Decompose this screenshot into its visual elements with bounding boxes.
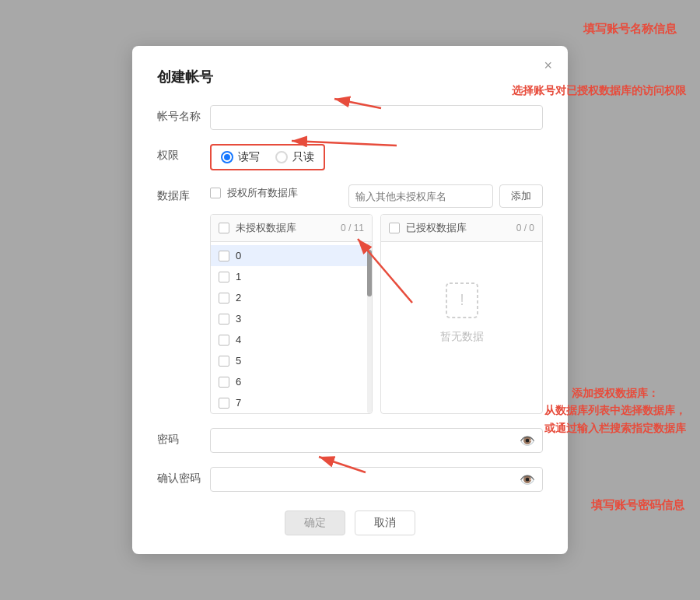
- confirm-password-label: 确认密码: [157, 467, 210, 486]
- password-label: 密码: [157, 428, 210, 447]
- authorize-all-row: 授权所有数据库: [210, 186, 298, 200]
- unauthorized-list: 012345678: [211, 242, 372, 413]
- modal-title: 创建帐号: [157, 68, 543, 86]
- unauth-list-item[interactable]: 1: [211, 266, 372, 287]
- unauth-item-label: 1: [236, 271, 241, 282]
- confirm-password-control: 👁️: [210, 467, 543, 492]
- unauthorized-panel-title: 未授权数据库: [236, 221, 296, 235]
- unauth-item-checkbox[interactable]: [219, 377, 229, 388]
- authorized-select-all-checkbox[interactable]: [389, 223, 400, 233]
- unauth-item-checkbox[interactable]: [219, 272, 229, 282]
- confirm-password-row: 确认密码 👁️: [157, 467, 543, 492]
- confirm-button[interactable]: 确定: [285, 511, 345, 535]
- permission-label: 权限: [157, 144, 210, 163]
- radio-readonly-circle: [275, 151, 288, 163]
- unauth-list-item[interactable]: 7: [211, 392, 372, 413]
- confirm-password-eye-icon[interactable]: 👁️: [520, 472, 535, 487]
- radio-readonly-label: 只读: [292, 150, 314, 164]
- empty-state: ! 暂无数据: [381, 242, 542, 382]
- radio-readwrite-label: 读写: [238, 150, 260, 164]
- empty-state-text: 暂无数据: [440, 330, 484, 344]
- database-label: 数据库: [157, 184, 210, 203]
- unauth-list-item[interactable]: 6: [211, 371, 372, 392]
- database-row: 数据库 授权所有数据库 添加: [157, 184, 543, 414]
- account-name-row: 帐号名称: [157, 105, 543, 130]
- unauth-item-checkbox[interactable]: [219, 314, 229, 325]
- password-eye-icon[interactable]: 👁️: [520, 433, 535, 448]
- unauth-list-item[interactable]: 5: [211, 350, 372, 371]
- unauth-item-label: 4: [236, 334, 241, 346]
- unauth-list-item[interactable]: 4: [211, 329, 372, 350]
- scrollbar-thumb[interactable]: [367, 250, 372, 296]
- account-name-control: [210, 105, 543, 130]
- add-db-button[interactable]: 添加: [499, 184, 543, 208]
- authorized-panel-count: 0 / 0: [516, 223, 534, 233]
- unauthorized-list-wrapper: 012345678: [211, 242, 372, 413]
- authorized-panel: 已授权数据库 0 / 0 ! 暂无数据: [380, 214, 543, 414]
- permission-control: 读写 只读: [210, 144, 543, 170]
- authorized-panel-title: 已授权数据库: [406, 221, 467, 235]
- add-db-input[interactable]: [348, 184, 493, 208]
- unauthorized-panel-header: 未授权数据库 0 / 11: [211, 215, 372, 242]
- empty-data-icon: !: [443, 280, 481, 321]
- cancel-button[interactable]: 取消: [355, 511, 415, 535]
- unauth-item-checkbox[interactable]: [219, 293, 229, 304]
- radio-readwrite[interactable]: 读写: [221, 150, 260, 164]
- unauth-item-checkbox[interactable]: [219, 251, 229, 261]
- password-control: 👁️: [210, 428, 543, 453]
- unauthorized-select-all-checkbox[interactable]: [219, 223, 229, 233]
- database-panels: 未授权数据库 0 / 11 012345678: [210, 214, 543, 414]
- password-row: 密码 👁️: [157, 428, 543, 453]
- scrollbar-track: [367, 242, 372, 413]
- unauth-list-item[interactable]: 2: [211, 287, 372, 308]
- authorize-all-label: 授权所有数据库: [227, 186, 298, 200]
- unauth-list-item[interactable]: 0: [211, 245, 372, 266]
- authorized-panel-header: 已授权数据库 0 / 0: [381, 215, 542, 242]
- unauth-list-item[interactable]: 3: [211, 308, 372, 329]
- modal-overlay: × 创建帐号 帐号名称 权限 读写: [0, 0, 700, 600]
- unauth-item-checkbox[interactable]: [219, 335, 229, 346]
- add-db-row: 添加: [348, 184, 543, 208]
- confirm-password-input[interactable]: [210, 467, 543, 492]
- modal-dialog: × 创建帐号 帐号名称 权限 读写: [132, 46, 568, 554]
- unauth-item-label: 5: [236, 355, 241, 367]
- authorize-all-checkbox[interactable]: [210, 188, 221, 198]
- radio-readwrite-dot: [224, 154, 230, 160]
- unauth-item-label: 2: [236, 292, 241, 304]
- permission-row: 权限 读写 只读: [157, 144, 543, 170]
- account-name-label: 帐号名称: [157, 105, 210, 124]
- unauthorized-panel-count: 0 / 11: [341, 223, 364, 233]
- password-wrap: 👁️: [210, 428, 543, 453]
- modal-footer: 确定 取消: [157, 511, 543, 535]
- radio-readwrite-circle: [221, 151, 233, 163]
- database-section: 授权所有数据库 添加 未授权数据库 0 / 11: [210, 184, 543, 414]
- svg-text:!: !: [460, 291, 464, 308]
- close-button[interactable]: ×: [544, 58, 552, 72]
- unauth-item-checkbox[interactable]: [219, 356, 229, 367]
- annotation-fill-password: 填写账号密码信息: [591, 498, 684, 513]
- unauth-item-label: 6: [236, 376, 241, 388]
- annotation-fill-name: 填写账号名称信息: [583, 22, 677, 37]
- unauth-item-label: 0: [236, 250, 241, 261]
- account-name-input[interactable]: [210, 105, 543, 130]
- radio-readonly[interactable]: 只读: [275, 150, 314, 164]
- unauth-item-checkbox[interactable]: [219, 398, 229, 409]
- unauthorized-panel: 未授权数据库 0 / 11 012345678: [210, 214, 373, 414]
- unauth-item-label: 3: [236, 313, 241, 325]
- unauth-item-label: 7: [236, 397, 241, 409]
- password-input[interactable]: [210, 428, 543, 453]
- permission-radio-group: 读写 只读: [210, 144, 325, 170]
- confirm-password-wrap: 👁️: [210, 467, 543, 492]
